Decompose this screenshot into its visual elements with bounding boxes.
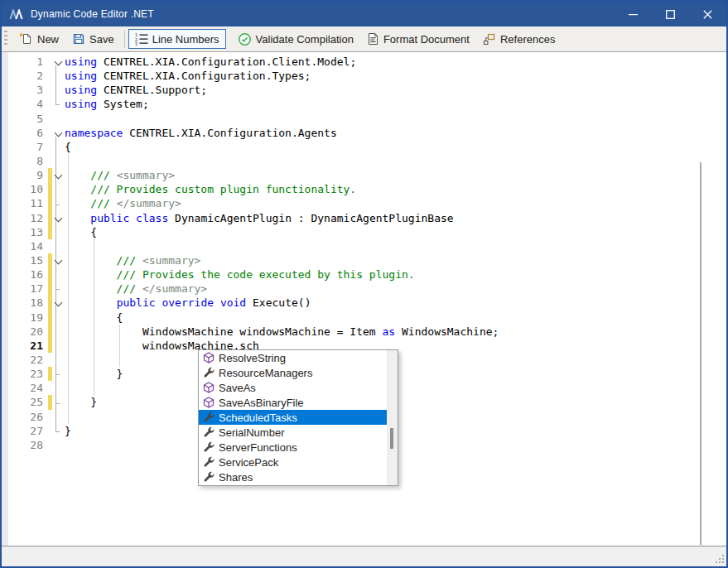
code-editor[interactable]: 1using CENTREL.XIA.Configuration.Client.… [2, 52, 726, 546]
code-text[interactable]: WindowsMachine windowsMachine = Item as … [65, 325, 726, 339]
completion-item[interactable]: SaveAsBinaryFile [199, 395, 387, 410]
code-text[interactable]: using CENTREL.XIA.Configuration.Client.M… [65, 55, 726, 69]
code-text[interactable]: using CENTREL.XIA.Configuration.Types; [65, 69, 726, 83]
collapse-chevron-icon[interactable] [55, 171, 63, 180]
resize-grip[interactable] [715, 555, 724, 564]
code-line: 18 public override void Execute() [2, 296, 726, 310]
fold-margin [53, 69, 65, 83]
code-line: 20 WindowsMachine windowsMachine = Item … [2, 325, 726, 339]
fold-margin [53, 296, 65, 310]
collapse-chevron-icon[interactable] [55, 257, 63, 265]
completion-item[interactable]: ScheduledTasks [199, 410, 387, 425]
line-number: 22 [8, 353, 48, 367]
property-icon [202, 426, 215, 439]
collapse-chevron-icon[interactable] [55, 299, 63, 307]
fold-margin [53, 168, 65, 182]
format-document-button[interactable]: Format Document [360, 29, 476, 49]
status-bar [2, 546, 726, 566]
code-text[interactable] [65, 154, 726, 168]
method-icon [202, 351, 215, 364]
completion-item[interactable]: ResolveString [199, 350, 387, 365]
app-logo-icon [9, 9, 23, 20]
code-text[interactable]: /// </summary> [65, 196, 726, 210]
code-text[interactable] [65, 112, 726, 126]
code-line: 6namespace CENTREL.XIA.Configuration.Age… [2, 126, 726, 140]
code-text[interactable]: /// <summary> [65, 253, 726, 267]
fold-margin [53, 367, 65, 381]
code-text[interactable]: public class DynamicAgentPlugin : Dynami… [65, 211, 726, 225]
app-window: Dynamic Code Editor .NET New [0, 0, 728, 568]
line-number: 25 [8, 395, 48, 409]
popup-scrollbar-thumb[interactable] [390, 428, 393, 449]
fold-margin [53, 381, 65, 395]
line-number: 14 [8, 239, 48, 253]
minimize-button[interactable] [615, 2, 652, 26]
fold-margin [53, 410, 65, 424]
line-number: 1 [8, 55, 48, 69]
toolbar-separator [124, 30, 125, 48]
code-text[interactable] [65, 239, 726, 253]
code-text[interactable]: /// Provides the code executed by this p… [65, 267, 726, 282]
completion-item[interactable]: SaveAs [199, 380, 387, 395]
code-text[interactable]: /// </summary> [65, 282, 726, 296]
toolbar-grip[interactable] [4, 31, 7, 47]
maximize-button[interactable] [652, 2, 689, 26]
code-text[interactable]: /// <summary> [65, 168, 726, 182]
property-icon [202, 440, 215, 454]
fold-margin [53, 55, 65, 69]
references-label: References [500, 33, 555, 46]
window-title: Dynamic Code Editor .NET [31, 8, 154, 20]
code-text[interactable]: { [65, 310, 726, 325]
code-line: 4using System; [2, 97, 726, 111]
property-icon [202, 411, 215, 424]
code-line: 1using CENTREL.XIA.Configuration.Client.… [2, 55, 726, 69]
line-number: 10 [8, 182, 48, 196]
collapse-chevron-icon[interactable] [55, 128, 63, 137]
completion-item-label: SerialNumber [219, 426, 284, 439]
code-text[interactable]: /// Provides custom plugin functionality… [65, 182, 726, 196]
title-bar: Dynamic Code Editor .NET [2, 2, 726, 26]
fold-margin [53, 154, 65, 168]
line-number: 26 [8, 410, 48, 424]
references-icon [483, 32, 496, 46]
popup-scrollbar[interactable] [387, 350, 398, 485]
line-number: 19 [8, 310, 48, 325]
fold-margin [53, 239, 65, 253]
code-line: 14 [2, 239, 726, 253]
code-text[interactable]: namespace CENTREL.XIA.Configuration.Agen… [65, 126, 726, 140]
line-numbers-toggle[interactable]: 1 2 3 Line Numbers [128, 29, 226, 49]
line-number: 12 [8, 211, 48, 225]
fold-margin [53, 97, 65, 111]
completion-item[interactable]: SerialNumber [199, 425, 387, 440]
code-text[interactable]: using CENTREL.Support; [65, 83, 726, 97]
line-number: 24 [8, 381, 48, 395]
validate-compilation-label: Validate Compilation [256, 33, 354, 46]
new-button[interactable]: New [12, 29, 65, 49]
save-button[interactable]: Save [65, 29, 121, 49]
completion-item[interactable]: ServerFunctions [199, 440, 387, 455]
line-number: 9 [8, 168, 48, 182]
completion-item[interactable]: Shares [199, 469, 387, 484]
collapse-chevron-icon[interactable] [55, 214, 63, 222]
close-button[interactable] [689, 2, 726, 26]
code-text[interactable]: { [65, 225, 726, 239]
completion-item[interactable]: ResourceManagers [199, 365, 387, 380]
references-button[interactable]: References [476, 29, 562, 49]
line-number: 3 [8, 83, 48, 97]
fold-margin [53, 112, 65, 126]
fold-margin [53, 83, 65, 97]
code-line: 3using CENTREL.Support; [2, 83, 726, 97]
line-numbers-icon: 1 2 3 [135, 32, 148, 46]
fold-margin [53, 140, 65, 154]
line-numbers-label: Line Numbers [152, 33, 219, 46]
completion-item[interactable]: ServicePack [199, 455, 387, 469]
code-text[interactable]: using System; [65, 97, 726, 111]
line-number: 21 [8, 339, 48, 353]
completion-item-label: Shares [219, 471, 253, 484]
fold-margin [53, 253, 65, 267]
code-text[interactable]: public override void Execute() [65, 296, 726, 310]
code-text[interactable]: { [65, 140, 726, 154]
collapse-chevron-icon[interactable] [55, 58, 63, 66]
code-line: 11 /// </summary> [2, 196, 726, 210]
validate-compilation-button[interactable]: Validate Compilation [231, 29, 360, 50]
